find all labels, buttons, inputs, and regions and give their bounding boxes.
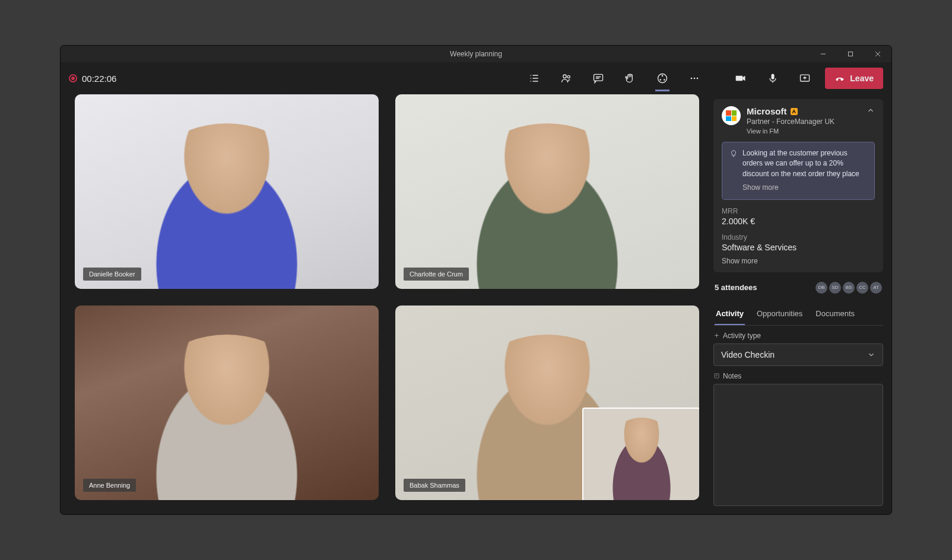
people-button[interactable] [554, 66, 578, 90]
insight-show-more[interactable]: Show more [742, 183, 867, 193]
participant-video [449, 123, 646, 289]
collapse-card-button[interactable] [867, 106, 875, 116]
panel-tabs: Activity Opportunities Documents [713, 303, 883, 326]
avatar[interactable]: AT [870, 282, 882, 294]
self-video [601, 418, 682, 500]
meeting-window: Weekly planning 00:22:06 [61, 46, 891, 514]
insight-banner: Looking at the customer previous orders … [722, 142, 875, 200]
svg-point-11 [567, 75, 570, 78]
tab-documents[interactable]: Documents [814, 303, 856, 325]
call-toolbar: 00:22:06 L [61, 62, 891, 94]
company-subtitle: Partner - ForceManager UK [747, 117, 861, 126]
video-tile[interactable]: Charlotte de Crum [395, 94, 699, 289]
company-logo [722, 106, 741, 125]
video-tile[interactable]: Danielle Booker [75, 94, 379, 289]
notes-label: Notes [713, 372, 883, 380]
svg-rect-12 [594, 74, 603, 81]
camera-icon [735, 72, 747, 84]
metrics-show-more[interactable]: Show more [722, 257, 875, 265]
video-tile[interactable]: Babak Shammas [395, 306, 699, 500]
hand-icon [624, 72, 636, 84]
minimize-button[interactable] [810, 46, 837, 62]
svg-point-21 [697, 78, 699, 79]
participant-video [128, 335, 326, 500]
hangup-icon [834, 73, 845, 84]
window-title: Weekly planning [450, 50, 502, 58]
chat-button[interactable] [586, 66, 610, 90]
more-icon [688, 72, 700, 84]
company-card: Microsoft A Partner - ForceManager UK Vi… [713, 99, 883, 272]
chevron-up-icon [867, 106, 875, 114]
plus-icon [713, 332, 720, 339]
list-icon [528, 72, 540, 84]
avatar[interactable]: CC [856, 282, 868, 294]
video-grid: Danielle Booker Charlotte de Crum Anne B… [61, 94, 713, 514]
recording-indicator: 00:22:06 [69, 74, 116, 84]
content-area: Danielle Booker Charlotte de Crum Anne B… [61, 94, 891, 514]
svg-point-10 [563, 75, 566, 78]
apps-icon [656, 72, 668, 84]
view-in-fm-link[interactable]: View in FM [747, 128, 861, 135]
activity-type-value: Video Checkin [721, 350, 775, 359]
participant-video [128, 123, 326, 289]
microphone-icon [767, 72, 779, 84]
svg-point-16 [662, 75, 664, 77]
insight-text: Looking at the customer previous orders … [742, 148, 867, 179]
note-icon [713, 373, 720, 379]
more-actions-button[interactable] [683, 66, 706, 90]
side-panel: Microsoft A Partner - ForceManager UK Vi… [713, 94, 891, 514]
chat-icon [592, 72, 604, 84]
tab-opportunities[interactable]: Opportunities [756, 303, 804, 325]
svg-point-5 [531, 78, 532, 79]
chevron-down-icon [867, 351, 875, 359]
participant-name: Babak Shammas [404, 479, 465, 492]
svg-point-17 [660, 79, 662, 81]
company-name: Microsoft [747, 106, 787, 116]
avatar[interactable]: DB [815, 282, 827, 294]
participants-list-button[interactable] [522, 66, 546, 90]
maximize-button[interactable] [837, 46, 864, 62]
company-badge: A [791, 108, 798, 115]
svg-point-4 [531, 75, 532, 76]
mrr-label: MRR [722, 207, 875, 215]
leave-label: Leave [850, 74, 874, 83]
attendees-count: 5 attendees [715, 283, 757, 292]
video-tile[interactable]: Anne Benning [75, 306, 379, 500]
activity-type-select[interactable]: Video Checkin [713, 343, 883, 366]
attendees-row: 5 attendees DB SD BS CC AT [713, 279, 883, 296]
window-controls [810, 46, 891, 62]
industry-value: Software & Services [722, 243, 875, 252]
camera-toggle[interactable] [729, 66, 753, 90]
self-view[interactable] [583, 409, 699, 500]
svg-point-18 [664, 79, 665, 81]
industry-label: Industry [722, 233, 875, 241]
leave-button[interactable]: Leave [825, 68, 883, 89]
avatar[interactable]: BS [843, 282, 855, 294]
attendee-avatars: DB SD BS CC AT [815, 282, 882, 294]
people-icon [560, 72, 572, 84]
share-screen-button[interactable] [793, 66, 817, 90]
svg-point-19 [691, 78, 693, 79]
close-button[interactable] [864, 46, 891, 62]
activity-type-label: Activity type [713, 332, 883, 340]
avatar[interactable]: SD [829, 282, 841, 294]
notes-input[interactable] [713, 384, 883, 506]
svg-rect-22 [772, 74, 775, 79]
share-icon [799, 72, 811, 84]
record-icon [69, 74, 77, 82]
svg-point-6 [531, 81, 532, 82]
tab-activity[interactable]: Activity [715, 303, 745, 325]
apps-button[interactable] [650, 66, 674, 90]
title-bar: Weekly planning [61, 46, 891, 62]
call-timer: 00:22:06 [82, 74, 116, 84]
mrr-value: 2.000K € [722, 217, 875, 226]
svg-point-20 [694, 78, 696, 79]
lightbulb-icon [729, 149, 738, 158]
participant-name: Charlotte de Crum [404, 268, 469, 281]
svg-rect-24 [715, 374, 719, 378]
svg-rect-1 [849, 52, 853, 56]
participant-name: Anne Benning [83, 479, 136, 492]
microphone-toggle[interactable] [761, 66, 785, 90]
raise-hand-button[interactable] [618, 66, 642, 90]
participant-name: Danielle Booker [83, 268, 141, 281]
